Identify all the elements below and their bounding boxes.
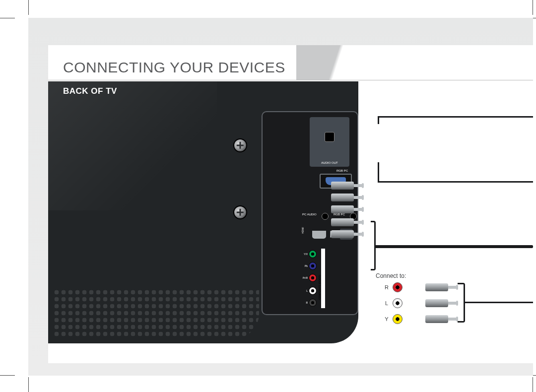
rca-ferrule-icon — [331, 205, 354, 213]
rca-ferrule-icon — [331, 194, 354, 201]
crop-mark — [0, 375, 15, 376]
rca-cable — [331, 218, 533, 226]
mounting-screw-icon — [233, 138, 247, 152]
connect-to-jack-y: Y — [384, 314, 402, 324]
rca-tip-icon — [362, 195, 364, 200]
connect-to-jack-l: L — [384, 298, 402, 308]
back-of-tv-label: BACK OF TV — [63, 86, 117, 96]
hdmi-label: HDMI — [301, 227, 304, 234]
rca-tip-icon — [354, 221, 362, 224]
speaker-vent-grille — [53, 289, 259, 338]
pc-audio-label: PC AUDIO — [302, 213, 317, 223]
rca-cable — [425, 315, 458, 323]
audio-out-label: AUDIO OUT — [321, 161, 337, 164]
minijack-icon — [322, 213, 329, 220]
bracket-line — [371, 221, 376, 270]
connector-line — [378, 162, 379, 181]
rca-jack-red-icon — [309, 274, 317, 282]
crop-mark — [0, 18, 15, 18]
connector-line — [376, 245, 533, 248]
rca-tip-icon — [448, 302, 456, 305]
page-title: CONNECTING YOUR DEVICES — [63, 59, 285, 76]
rca-cable — [331, 230, 533, 238]
rca-jack-blue-icon — [309, 262, 317, 270]
connect-to-label: Connect to: — [376, 272, 406, 279]
rca-tip-icon — [354, 233, 362, 236]
crop-mark — [533, 0, 533, 15]
rca-jack-yellow-icon — [393, 314, 402, 324]
rca-port-l: L — [296, 287, 327, 295]
rca-port-pr-r: Pr/R — [296, 274, 327, 282]
connect-to-letter-l: L — [384, 300, 390, 306]
rca-jack-white-icon — [393, 298, 402, 308]
rca-cable — [331, 194, 533, 201]
rgb-pc-label-top: RGB PC — [317, 169, 352, 172]
connect-to-letter-y: Y — [384, 316, 390, 322]
rca-label-pb: Pb — [296, 264, 309, 267]
mounting-screw-icon — [233, 205, 247, 219]
rca-tip-icon — [362, 207, 364, 212]
rca-tip-icon — [362, 232, 364, 237]
rca-port-r: R — [296, 299, 327, 307]
rca-cable — [331, 182, 533, 190]
header-diagonal-accent — [296, 45, 376, 80]
hdmi-port: HDMI — [297, 228, 325, 245]
optical-jack-icon — [325, 132, 335, 142]
rca-tip-icon — [448, 318, 456, 321]
crop-mark — [533, 377, 533, 392]
rca-tip-icon — [448, 286, 456, 289]
tv-gloss — [48, 81, 217, 210]
rca-tip-icon — [354, 208, 362, 211]
rca-cable — [425, 283, 458, 291]
rca-label-l: L — [296, 289, 309, 292]
rca-tip-icon — [362, 220, 364, 225]
rca-label-pr-r: Pr/R — [296, 276, 309, 279]
connect-to-jack-r: R — [384, 282, 402, 292]
hdmi-port-icon — [312, 231, 326, 239]
crop-mark — [28, 0, 29, 15]
rca-port-pb: Pb — [296, 262, 327, 270]
page-panel: CONNECTING YOUR DEVICES BACK OF TV AUDIO… — [28, 18, 533, 376]
rca-ferrule-icon — [331, 230, 354, 238]
rca-ferrule-icon — [331, 182, 354, 190]
content-area: CONNECTING YOUR DEVICES BACK OF TV AUDIO… — [48, 45, 533, 363]
rca-jack-black-icon — [309, 299, 317, 307]
rca-cable — [331, 205, 533, 213]
rca-jack-green-icon — [309, 250, 317, 258]
rca-jack-red-icon — [393, 282, 402, 292]
rca-ferrule-icon — [425, 315, 448, 323]
audio-out-port: AUDIO OUT — [310, 117, 349, 167]
crop-mark — [28, 377, 29, 392]
rca-label-r: R — [296, 301, 309, 304]
rca-port-yv: Y/V — [296, 250, 327, 258]
rca-label-yv: Y/V — [296, 253, 309, 256]
header-divider — [48, 80, 533, 80]
connect-to-letter-r: R — [384, 284, 390, 290]
rca-tip-icon — [354, 196, 362, 199]
rca-tip-icon — [354, 184, 362, 187]
connector-line — [465, 302, 533, 303]
connector-line — [378, 116, 533, 118]
rca-ferrule-icon — [331, 218, 354, 226]
rca-ferrule-icon — [425, 283, 448, 291]
rca-jack-white-icon — [309, 287, 317, 295]
rca-ferrule-icon — [425, 299, 448, 307]
bracket-line — [458, 283, 465, 323]
rca-tip-icon — [362, 183, 364, 188]
rca-cable — [425, 299, 458, 307]
tv-back-panel: BACK OF TV AUDIO OUT RGB PC PC AUDIO RGB — [48, 81, 358, 343]
